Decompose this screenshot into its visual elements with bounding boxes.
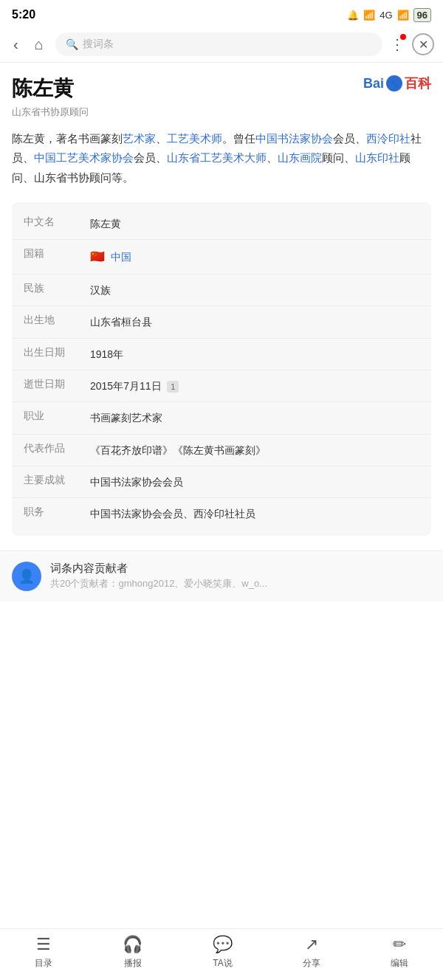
value-occupation: 书画篆刻艺术家 xyxy=(90,410,419,426)
contributor-avatar: 👤 xyxy=(12,562,41,591)
value-nationality[interactable]: 🇨🇳 中国 xyxy=(90,247,419,266)
back-button[interactable]: ‹ xyxy=(9,35,23,55)
china-flag: 🇨🇳 xyxy=(90,250,105,263)
footnote-1[interactable]: 1 xyxy=(167,381,179,393)
contributor-section: 👤 词条内容贡献者 共20个贡献者：gmhong2012、爱小晓笑康、w_o..… xyxy=(0,551,443,601)
label-nationality: 国籍 xyxy=(24,247,90,260)
broadcast-label: 播报 xyxy=(124,957,142,970)
nav-item-share[interactable]: ↗ 分享 xyxy=(303,935,320,970)
menu-notification-dot xyxy=(400,34,406,40)
nav-item-broadcast[interactable]: 🎧 播报 xyxy=(123,935,142,970)
info-row-nationality: 国籍 🇨🇳 中国 xyxy=(12,240,431,275)
edit-icon: ✏ xyxy=(393,935,406,954)
bottom-nav: ☰ 目录 🎧 播报 💬 TA说 ↗ 分享 ✏ 编辑 xyxy=(0,928,443,980)
toc-icon: ☰ xyxy=(36,935,51,954)
info-row-birthplace: 出生地 山东省桓台县 xyxy=(12,306,431,338)
value-birthdate: 1918年 xyxy=(90,346,419,362)
page-header: 陈左黄 Bai 🐾 百科 xyxy=(12,75,431,103)
baike-logo[interactable]: Bai 🐾 百科 xyxy=(363,75,431,92)
network-label: 4G xyxy=(380,10,392,21)
info-row-achievement: 主要成就 中国书法家协会会员 xyxy=(12,466,431,498)
baike-bai: Bai xyxy=(363,76,384,92)
link-xiling[interactable]: 西泠印社 xyxy=(366,132,411,145)
wifi-icon: 📶 xyxy=(363,10,375,21)
ta-say-icon: 💬 xyxy=(213,935,233,954)
contributor-title: 词条内容贡献者 xyxy=(50,562,267,576)
link-craft[interactable]: 工艺美术师 xyxy=(167,132,222,145)
description: 陈左黄，著名书画篆刻艺术家、工艺美术师。曾任中国书法家协会会员、西泠印社社员、中… xyxy=(12,129,431,187)
status-time: 5:20 xyxy=(12,8,35,21)
link-china[interactable]: 中国 xyxy=(111,251,131,263)
edit-label: 编辑 xyxy=(391,957,408,970)
value-birthplace: 山东省桓台县 xyxy=(90,314,419,330)
alarm-icon: 🔔 xyxy=(347,10,359,21)
signal-icon: 📶 xyxy=(397,10,409,21)
link-craft-assoc[interactable]: 中国工艺美术家协会 xyxy=(34,151,134,164)
label-birthplace: 出生地 xyxy=(24,314,90,327)
label-name: 中文名 xyxy=(24,215,90,229)
contributor-names: 共20个贡献者：gmhong2012、爱小晓笑康、w_o... xyxy=(50,577,267,590)
nav-item-ta-say[interactable]: 💬 TA说 xyxy=(213,935,233,970)
status-bar: 5:20 🔔 📶 4G 📶 96 xyxy=(0,0,443,27)
contributor-info: 词条内容贡献者 共20个贡献者：gmhong2012、爱小晓笑康、w_o... xyxy=(50,562,267,590)
menu-button-wrapper: ⋮ xyxy=(390,35,405,53)
info-table: 中文名 陈左黄 国籍 🇨🇳 中国 民族 汉族 出生地 山东省桓台县 出生日期 1… xyxy=(12,202,431,536)
link-calligraphy-assoc[interactable]: 中国书法家协会 xyxy=(255,132,333,145)
share-icon: ↗ xyxy=(305,935,318,954)
label-ethnicity: 民族 xyxy=(24,282,90,295)
page-subtitle: 山东省书协原顾问 xyxy=(12,106,431,119)
broadcast-icon: 🎧 xyxy=(123,935,142,954)
browser-bar: ‹ ⌂ 🔍 搜词条 ⋮ ✕ xyxy=(0,27,443,63)
close-button[interactable]: ✕ xyxy=(412,33,434,55)
value-position: 中国书法家协会会员、西泠印社社员 xyxy=(90,505,419,522)
value-ethnicity: 汉族 xyxy=(90,282,419,298)
label-works: 代表作品 xyxy=(24,442,90,455)
label-deathdate: 逝世日期 xyxy=(24,378,90,391)
nav-item-edit[interactable]: ✏ 编辑 xyxy=(391,935,408,970)
battery-badge: 96 xyxy=(413,8,431,22)
label-achievement: 主要成就 xyxy=(24,474,90,487)
main-content: 陈左黄 Bai 🐾 百科 山东省书协原顾问 陈左黄，著名书画篆刻艺术家、工艺美术… xyxy=(0,63,443,536)
value-name: 陈左黄 xyxy=(90,215,419,232)
info-row-works: 代表作品 《百花齐放印谱》《陈左黄书画篆刻》 xyxy=(12,435,431,466)
search-icon: 🔍 xyxy=(66,38,78,50)
search-placeholder: 搜词条 xyxy=(83,38,114,51)
nav-item-toc[interactable]: ☰ 目录 xyxy=(35,935,52,970)
link-artist[interactable]: 艺术家 xyxy=(123,132,156,145)
search-box[interactable]: 🔍 搜词条 xyxy=(55,32,382,56)
home-button[interactable]: ⌂ xyxy=(30,35,48,55)
value-deathdate: 2015年7月11日 1 xyxy=(90,378,419,394)
info-row-position: 职务 中国书法家协会会员、西泠印社社员 xyxy=(12,498,431,529)
share-label: 分享 xyxy=(303,957,320,970)
page-title: 陈左黄 xyxy=(12,75,74,103)
baike-ke: 百科 xyxy=(405,75,431,92)
value-works: 《百花齐放印谱》《陈左黄书画篆刻》 xyxy=(90,442,419,458)
label-position: 职务 xyxy=(24,505,90,519)
link-shandong-seal[interactable]: 山东印社 xyxy=(355,151,399,164)
toc-label: 目录 xyxy=(35,957,52,970)
label-occupation: 职业 xyxy=(24,410,90,423)
info-row-name: 中文名 陈左黄 xyxy=(12,208,431,240)
link-shandong-gallery[interactable]: 山东画院 xyxy=(278,151,322,164)
ta-say-label: TA说 xyxy=(213,957,232,970)
info-row-ethnicity: 民族 汉族 xyxy=(12,275,431,306)
status-icons: 🔔 📶 4G 📶 96 xyxy=(347,8,431,22)
label-birthdate: 出生日期 xyxy=(24,346,90,359)
info-row-occupation: 职业 书画篆刻艺术家 xyxy=(12,402,431,434)
info-row-deathdate: 逝世日期 2015年7月11日 1 xyxy=(12,370,431,402)
baike-paw-icon: 🐾 xyxy=(386,75,402,92)
value-achievement: 中国书法家协会会员 xyxy=(90,474,419,490)
link-shandong-craft[interactable]: 山东省工艺美术大师 xyxy=(167,151,267,164)
info-row-birthdate: 出生日期 1918年 xyxy=(12,339,431,370)
avatar-icon: 👤 xyxy=(18,568,35,584)
